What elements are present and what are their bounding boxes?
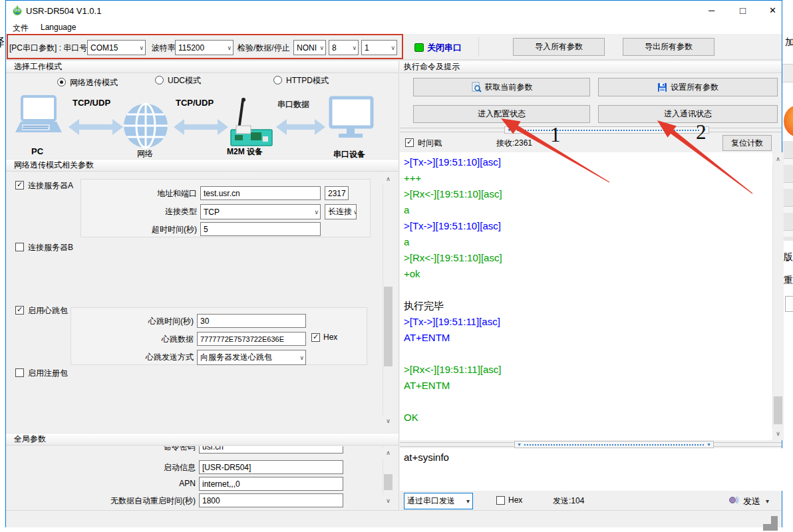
com-port-select[interactable]: COM15∨ <box>87 40 146 55</box>
log-area[interactable]: >[Tx->][19:51:10][asc]+++>[Rx<-][19:51:1… <box>400 152 772 440</box>
heartbeat-hex-checkbox[interactable]: ✓ <box>311 333 320 342</box>
heartbeat-time-input[interactable]: 30 <box>197 314 306 328</box>
diagram-node-m2m-label: M2M 设备 <box>227 146 263 158</box>
splitter-handle[interactable]: ▼ ▼ <box>514 441 714 448</box>
dropdown-arrow-icon: ▾ <box>466 497 470 505</box>
timestamp-label: 时间戳 <box>418 138 442 149</box>
boot-info-input[interactable]: [USR-DR504] <box>199 460 343 474</box>
register-checkbox[interactable]: ✓ <box>15 368 24 377</box>
radio-httpd-label: HTTPD模式 <box>286 75 329 86</box>
app-window: USR-DR504 V1.0.1 ─ □ ✕ 文件 Language [PC串口… <box>5 0 782 527</box>
collapse-triangle-icon: ▼ <box>517 442 522 447</box>
databits-select[interactable]: 8∨ <box>329 40 359 55</box>
chevron-down-icon: ∨ <box>318 45 324 51</box>
splitter-handle[interactable]: ▼ ▼ <box>504 126 709 134</box>
background-toolbar-fragment <box>782 64 793 82</box>
radio-transparent-mode[interactable] <box>57 78 66 86</box>
scrollbar-thumb[interactable] <box>384 474 393 490</box>
background-button-fragment <box>785 296 793 312</box>
serverA-checkbox[interactable]: ✓ <box>15 181 24 190</box>
baud-select[interactable]: 115200∨ <box>175 40 234 55</box>
serverB-checkbox[interactable]: ✓ <box>15 243 24 251</box>
menu-language[interactable]: Language <box>41 23 76 32</box>
menu-file[interactable]: 文件 <box>13 23 29 34</box>
background-orange-logo <box>784 105 793 137</box>
scroll-down-button[interactable]: ∨ <box>383 495 394 506</box>
diagram-node-pc-label: PC <box>31 146 43 156</box>
conn-type-select[interactable]: TCP∨ <box>200 204 321 219</box>
pc-icon <box>15 96 62 132</box>
title-bar[interactable]: USR-DR504 V1.0.1 ─ □ ✕ <box>6 1 782 21</box>
radio-httpd-mode[interactable] <box>273 76 282 84</box>
toolbar: [PC串口参数] : 串口号 COM15∨ 波特率 115200∨ 检验/数据/… <box>6 34 782 60</box>
log-line <box>404 394 772 410</box>
enter-config-button[interactable]: 进入配置状态 <box>413 105 590 123</box>
log-line: +++ <box>404 170 772 186</box>
auto-restart-input[interactable]: 1800 <box>199 493 343 507</box>
heartbeat-hex-label: Hex <box>323 332 337 342</box>
diagram-link2-label: TCP/UDP <box>176 98 214 108</box>
menu-bar: 文件 Language <box>6 21 782 34</box>
log-line: +ok <box>404 266 772 282</box>
heartbeat-data-input[interactable]: 7777772E7573722E636E <box>197 332 306 346</box>
close-port-button[interactable]: 关闭串口 <box>427 42 462 54</box>
send-input[interactable]: at+sysinfo <box>400 448 783 491</box>
scroll-up-button[interactable]: ∧ <box>772 154 784 164</box>
scrollbar-thumb[interactable] <box>384 287 393 366</box>
send-sound-icon <box>728 495 739 505</box>
close-button[interactable]: ✕ <box>758 1 788 20</box>
scroll-down-button[interactable]: ∨ <box>772 428 784 439</box>
chevron-down-icon: ∨ <box>298 354 304 361</box>
export-params-button[interactable]: 导出所有参数 <box>623 38 714 56</box>
maximize-button[interactable]: □ <box>728 1 758 20</box>
scroll-up-button[interactable]: ∧ <box>383 174 394 184</box>
scroll-down-button[interactable]: ∨ <box>383 416 394 426</box>
collapse-triangle-icon: ▼ <box>707 442 711 447</box>
scrollbar-thumb[interactable] <box>774 396 782 424</box>
background-left-fragment: 泽 <box>0 36 5 50</box>
conn-mode-select[interactable]: 长连接∨ <box>325 204 357 219</box>
apn-input[interactable]: internet,,,0 <box>199 477 343 491</box>
get-params-button[interactable]: 获取当前参数 <box>413 78 590 96</box>
log-line: AT+ENTM <box>404 378 772 394</box>
radio-udc-mode[interactable] <box>155 76 164 84</box>
scroll-up-button[interactable]: ∧ <box>383 448 394 458</box>
log-line: a <box>404 202 772 218</box>
log-line: 执行完毕 <box>404 298 772 314</box>
parity-select[interactable]: NONI∨ <box>293 40 326 55</box>
send-button[interactable]: 发送 <box>743 495 760 507</box>
server-port-input[interactable]: 2317 <box>325 186 349 200</box>
send-via-select[interactable]: 通过串口发送 ▾ <box>404 493 473 509</box>
server-address-input[interactable]: test.usr.cn <box>200 186 321 200</box>
log-line: >[Rx<-][19:51:10][asc] <box>404 250 772 266</box>
log-line: >[Rx<-][19:51:11][asc] <box>404 362 772 378</box>
enter-comm-button[interactable]: 进入通讯状态 <box>598 105 778 123</box>
arrow-left-icon <box>69 119 123 135</box>
addr-label: 地址和端口 <box>136 188 197 200</box>
timeout-input[interactable]: 5 <box>200 222 321 236</box>
doc-search-icon <box>471 82 482 92</box>
send-dropdown-arrow-icon[interactable]: ▾ <box>766 497 769 505</box>
chevron-down-icon: ∨ <box>138 45 144 51</box>
timestamp-checkbox[interactable]: ✓ <box>405 138 414 147</box>
heartbeat-checkbox[interactable]: ✓ <box>15 306 24 315</box>
background-fragment-mid2: 重 <box>784 275 793 287</box>
minimize-button[interactable]: ─ <box>697 1 726 20</box>
stopbits-select[interactable]: 1∨ <box>361 40 397 55</box>
send-hex-label: Hex <box>508 495 522 505</box>
resize-grip[interactable] <box>762 515 771 524</box>
log-line: >[Tx->][19:51:11][asc] <box>404 314 772 330</box>
set-params-button[interactable]: 设置所有参数 <box>598 78 778 96</box>
boot-info-label: 启动信息 <box>149 462 196 473</box>
send-hex-checkbox[interactable]: ✓ <box>496 496 505 505</box>
panel-divider <box>398 61 399 510</box>
auto-restart-label: 无数据自动重启时间(秒) <box>98 495 196 507</box>
serverA-label: 连接服务器A <box>28 180 73 192</box>
heartbeat-mode-select[interactable]: 向服务器发送心跳包∨ <box>197 350 306 365</box>
reset-count-button[interactable]: 复位计数 <box>722 135 772 151</box>
arrow-middle-icon <box>174 119 228 135</box>
background-row-fragment <box>782 141 793 241</box>
chevron-down-icon: ∨ <box>313 209 319 215</box>
import-params-button[interactable]: 导入所有参数 <box>513 38 605 56</box>
cmd-password-input[interactable]: usr.cn <box>199 446 343 454</box>
